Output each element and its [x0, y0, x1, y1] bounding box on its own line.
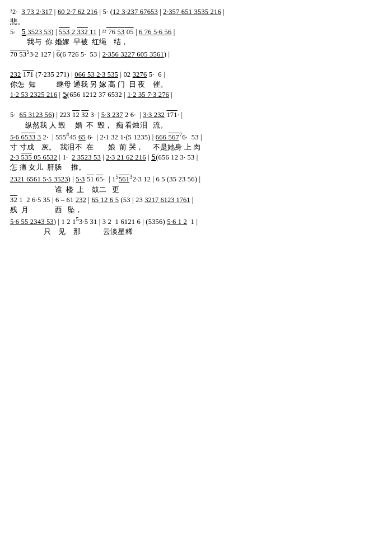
- line-11: 5·6 55 2343 53) | 1 2 153·5 31 | 3 2 1 6…: [10, 215, 382, 227]
- line-4: 232 171 (7·235 271) | 066 53 2·3 535 | 0…: [10, 69, 382, 79]
- line-9: 2321 6561 5·5 3523) | 5·3 51 65· | 15561…: [10, 172, 382, 184]
- lyrics-8: 怎 痛 女儿 肝肠 推。: [10, 162, 382, 172]
- music-score: ²2· 3 73 2·317 | 60 2·7 62 216 | 5· (12 …: [7, 4, 385, 239]
- line-3: 70 5353·2 127 | 6(6 726 5· 53 | 2·356 32…: [10, 48, 382, 59]
- line-7: 5·6 6533 3 2· | 555#45 65 6· | 2·1 32 1·…: [10, 130, 382, 142]
- lyrics-9: 谁 楼 上 鼓二 更: [10, 185, 382, 195]
- lyrics-10: 残 月 西 坠，: [10, 205, 382, 215]
- lyrics-2: 我与 你 婚嫁 早被 红绳 结，: [10, 37, 382, 47]
- lyrics-1: 悲。: [10, 17, 382, 27]
- line-5: 1·2 53 2325 216 | 5̲(656 1212 37 6532 | …: [10, 90, 382, 100]
- lyrics-11: 只 见 那 云淡星稀: [10, 227, 382, 237]
- line-10: 32 1 2 6·5 35 | 6 – 61 232 | 65 12 6 5 (…: [10, 195, 382, 205]
- lyrics-4: 你怎 知 继母 通我 另 嫁 高 门 日 夜 催。: [10, 79, 382, 90]
- line-8: 2·3 535 05 6532 | 1· 2 3523 53 | 2·3 21 …: [10, 152, 382, 162]
- lyrics-7: 寸 寸成 灰。 我泪不 在 娘 前 哭， 不是她身 上 肉: [10, 142, 382, 152]
- line-6: 5· 65 3123 56) | 223 12 32 3· | 5·3 237 …: [10, 110, 382, 120]
- lyrics-3: [10, 59, 382, 69]
- lyrics-5: [10, 100, 382, 110]
- lyrics-6: 纵然我 人 毁 婚 不 毁， 痴 看烛泪 流。: [10, 120, 382, 130]
- line-2: 5· 5̲ 3523 53) | 553 2 332 11 | ²² 76 53…: [10, 27, 382, 37]
- line-1: ²2· 3 73 2·317 | 60 2·7 62 216 | 5· (12 …: [10, 7, 382, 17]
